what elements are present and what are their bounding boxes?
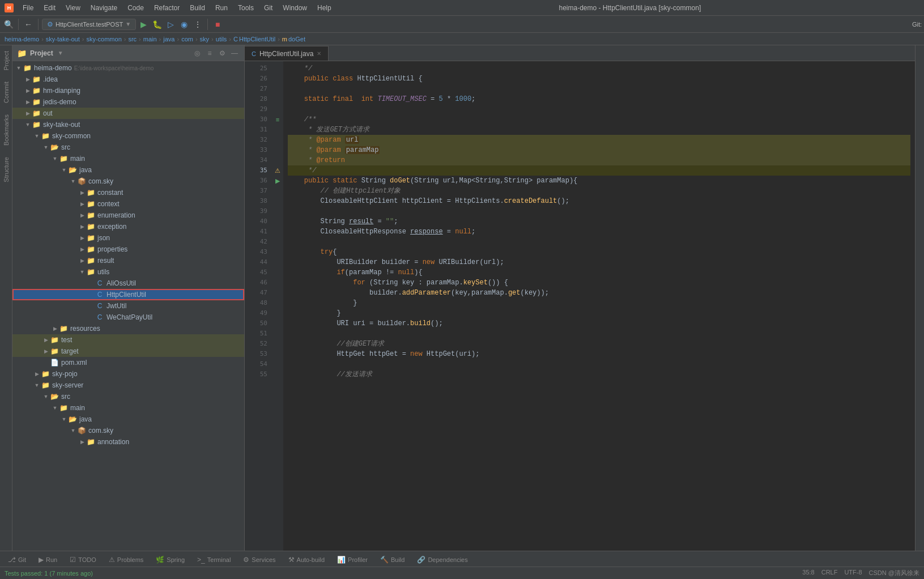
menu-code[interactable]: Code [123,3,148,13]
tree-item-exception[interactable]: ▶ 📁 exception [12,221,244,232]
code-content[interactable]: */ public class HttpClientUtil { static … [283,61,915,551]
code-line-26: public class HttpClientUtil { [288,74,910,84]
tree-item-ss-main[interactable]: ▼ 📁 main [12,402,244,414]
gi-38 [272,196,283,206]
tree-item-test[interactable]: ▶ 📁 test [12,334,244,346]
vtab-structure[interactable]: Structure [1,151,11,188]
menu-run[interactable]: Run [211,3,232,13]
tree-item-jedis-demo[interactable]: ▶ 📁 jedis-demo [12,96,244,108]
bc-utils[interactable]: utils [216,36,227,42]
tree-item-com-sky[interactable]: ▼ 📦 com.sky [12,176,244,187]
more-run-btn[interactable]: ⋮ [191,18,204,31]
menu-help[interactable]: Help [313,3,336,13]
bc-java[interactable]: java [163,36,174,42]
menu-window[interactable]: Window [278,3,312,13]
debug-button[interactable]: 🐛 [151,18,163,31]
bottom-tab-terminal[interactable]: >_ Terminal [191,551,236,567]
tree-item-target[interactable]: ▶ 📁 target [12,346,244,357]
toolbar-back-btn[interactable]: ← [22,18,35,31]
bc-sky-take-out[interactable]: sky-take-out [46,36,80,42]
tree-item-heima-demo[interactable]: ▼ 📁 heima-demo E:\idea-workspace\heima-d… [12,62,244,74]
gi-41 [272,227,283,237]
tree-item-context[interactable]: ▶ 📁 context [12,198,244,210]
bottom-tab-dependencies[interactable]: 🔗 Dependencies [411,551,473,567]
tree-item-out[interactable]: ▶ 📁 out [12,108,244,119]
panel-settings-btn[interactable]: ⚙ [217,48,227,58]
tab-close-btn[interactable]: ✕ [317,50,321,57]
bc-com[interactable]: com [181,36,193,42]
tree-item-sky-common[interactable]: ▼ 📁 sky-common [12,130,244,142]
tree-item-httpclientutil[interactable]: ▶ C HttpClientUtil [12,289,244,300]
toolbar-sep-3 [207,19,208,30]
ln-54: 54 [247,359,267,369]
ln-53: 53 [247,349,267,359]
bottom-tab-problems[interactable]: ⚠ Problems [103,551,149,567]
services-icon: ⚙ [243,556,249,564]
panel-minimize-btn[interactable]: — [229,48,240,58]
coverage-button[interactable]: ▷ [164,18,177,31]
tree-item-enumeration[interactable]: ▶ 📁 enumeration [12,210,244,221]
gi-34 [272,155,283,165]
tree-item-wechatpayutil[interactable]: ▶ C WeChatPayUtil [12,312,244,323]
toolbar-search-btn[interactable]: 🔍 [2,18,15,31]
tree-item-resources[interactable]: ▶ 📁 resources [12,323,244,334]
panel-locate-btn[interactable]: ◎ [192,48,202,58]
bc-src[interactable]: src [128,36,137,42]
bottom-tab-auto-build[interactable]: ⚒ Auto-build [283,551,331,567]
tree-item-aliossutil[interactable]: ▶ C AliOssUtil [12,278,244,289]
tree-item-sky-take-out[interactable]: ▼ 📁 sky-take-out [12,119,244,130]
tree-item-utils[interactable]: ▼ 📁 utils [12,266,244,278]
tree-item-main[interactable]: ▼ 📁 main [12,153,244,164]
bottom-tab-profiler[interactable]: 📊 Profiler [331,551,373,567]
bottom-tab-spring[interactable]: 🌿 Spring [150,551,190,567]
gi-54 [272,359,283,369]
tree-item-ss-src[interactable]: ▼ 📂 src [12,391,244,402]
bc-sky-common[interactable]: sky-common [86,36,121,42]
tree-item-idea[interactable]: ▶ 📁 .idea [12,74,244,85]
tree-item-json[interactable]: ▶ 📁 json [12,232,244,244]
vtab-commit[interactable]: Commit [1,76,11,109]
menu-git[interactable]: Git [259,3,277,13]
tree-item-jwtutil[interactable]: ▶ C JwtUtil [12,300,244,312]
bottom-tab-build[interactable]: 🔨 Build [374,551,410,567]
tree-item-sky-server[interactable]: ▼ 📁 sky-server [12,380,244,391]
tree-item-java[interactable]: ▼ 📂 java [12,164,244,176]
menu-build[interactable]: Build [185,3,210,13]
out-icon: 📁 [32,109,41,118]
tree-item-ss-java[interactable]: ▼ 📂 java [12,414,244,425]
run-button[interactable]: ▶ [137,18,150,31]
tree-item-hm-dianping[interactable]: ▶ 📁 hm-dianping [12,85,244,96]
tree-item-annotation[interactable]: ▶ 📁 annotation [12,436,244,448]
tree-item-constant[interactable]: ▶ 📁 constant [12,187,244,198]
tree-item-properties[interactable]: ▶ 📁 properties [12,244,244,255]
menu-file[interactable]: File [18,3,38,13]
tree-item-src[interactable]: ▼ 📂 src [12,142,244,153]
bottom-tab-git[interactable]: ⎇ Git [2,551,32,567]
panel-collapse-btn[interactable]: ≡ [205,48,215,58]
tree-item-sky-pojo[interactable]: ▶ 📁 sky-pojo [12,368,244,380]
bottom-tab-services[interactable]: ⚙ Services [237,551,281,567]
vtab-project[interactable]: Project [1,45,11,76]
bc-httpclientutil[interactable]: HttpClientUtil [239,36,275,42]
run-config[interactable]: ⚙ HttpClientTest.testPOST ▼ [42,19,136,30]
panel-header: 📁 Project ▼ ◎ ≡ ⚙ — [12,45,244,61]
vtab-bookmarks[interactable]: Bookmarks [1,109,11,151]
stop-button[interactable]: ■ [211,18,224,31]
menu-tools[interactable]: Tools [233,3,258,13]
editor-tab-httpclientutil[interactable]: C HttpClientUtil.java ✕ [245,46,329,61]
tree-item-pom[interactable]: ▶ 📄 pom.xml [12,357,244,368]
code-editor[interactable]: 25 26 27 28 29 30 31 32 33 34 35 36 37 3… [245,61,915,551]
profile-button[interactable]: ◉ [178,18,190,31]
menu-refactor[interactable]: Refactor [150,3,184,13]
bc-main[interactable]: main [143,36,157,42]
tree-item-result[interactable]: ▶ 📁 result [12,255,244,266]
menu-view[interactable]: View [61,3,85,13]
bc-sky[interactable]: sky [200,36,210,42]
bc-doget[interactable]: doGet [288,36,305,42]
bc-heima-demo[interactable]: heima-demo [5,36,39,42]
bottom-tab-todo[interactable]: ☑ TODO [64,551,102,567]
menu-navigate[interactable]: Navigate [86,3,122,13]
bottom-tab-run[interactable]: ▶ Run [33,551,63,567]
menu-edit[interactable]: Edit [39,3,60,13]
tree-item-ss-com-sky[interactable]: ▼ 📦 com.sky [12,425,244,436]
